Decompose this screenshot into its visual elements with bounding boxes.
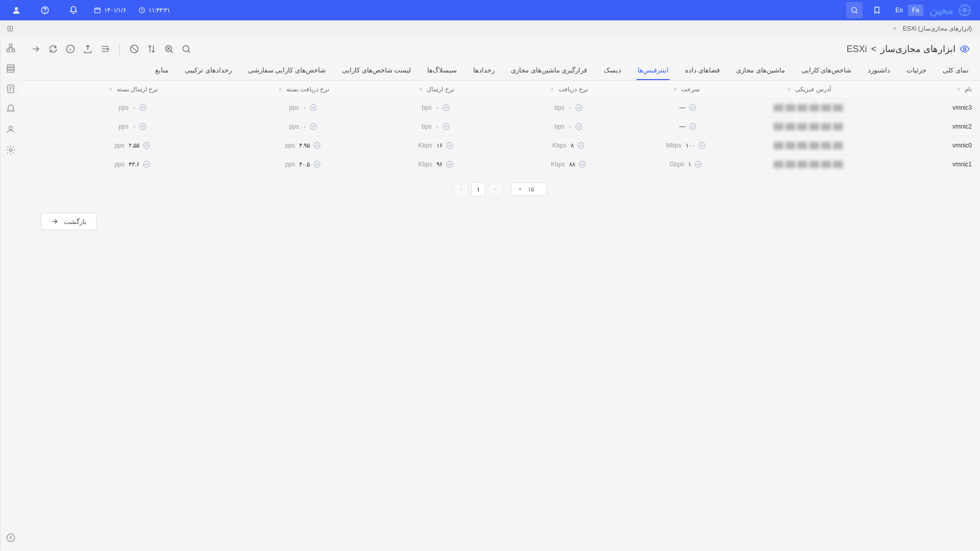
chart-icon[interactable]: [689, 104, 697, 112]
cell-rxp: ۴۰.۵ pps: [237, 160, 370, 168]
bell-icon[interactable]: [65, 2, 82, 18]
cell-txp: ۲.۵۵ pps: [29, 141, 237, 149]
search-button[interactable]: [846, 2, 863, 18]
eye-icon: [960, 44, 970, 54]
export-icon[interactable]: [83, 44, 93, 54]
svg-point-7: [963, 9, 967, 12]
tab-2[interactable]: داشبورد: [867, 61, 891, 80]
table-row[interactable]: vmnic2██:██:██:██:██:██— ۰ bps۰ bps۰ pps…: [20, 117, 980, 136]
svg-rect-35: [9, 44, 12, 47]
cell-speed: —: [635, 122, 737, 131]
lang-en[interactable]: En: [891, 5, 907, 16]
tab-4[interactable]: ماشین‌های مجازی: [735, 61, 786, 80]
chart-icon[interactable]: [313, 141, 321, 149]
tab-0[interactable]: نمای کلی: [942, 61, 970, 80]
chart-icon[interactable]: [694, 160, 702, 168]
col-name[interactable]: نام: [880, 86, 972, 93]
chart-icon[interactable]: [309, 122, 317, 131]
document-tab[interactable]: × ESXi (ابزارهای مجازی‌ساز): [887, 23, 976, 34]
svg-point-2: [45, 12, 45, 12]
tab-3[interactable]: شاخص‌های کارایی: [800, 61, 853, 80]
tab-6[interactable]: اینترفیس‌ها: [636, 61, 670, 80]
svg-rect-37: [12, 49, 14, 52]
prev-page[interactable]: [454, 182, 468, 196]
tab-8[interactable]: قرارگیری ماشین‌های مجازی: [510, 61, 588, 80]
chart-icon[interactable]: [575, 104, 583, 112]
tab-9[interactable]: رخدادها: [472, 61, 496, 80]
close-all-tabs[interactable]: [4, 22, 16, 35]
forward-icon[interactable]: [31, 44, 41, 54]
chart-icon[interactable]: [142, 141, 151, 149]
sort-icon[interactable]: [146, 44, 157, 54]
arrow-icon: [51, 217, 59, 226]
col-addr[interactable]: آدرس فیزیکی: [737, 86, 880, 93]
col-speed[interactable]: سرعت: [635, 86, 737, 93]
side-collapse-icon[interactable]: [6, 533, 16, 543]
cell-name: vmnic2: [880, 122, 972, 131]
table-row[interactable]: vmnic3██:██:██:██:██:██— ۰ bps۰ bps۰ pps…: [20, 98, 980, 117]
chart-icon[interactable]: [698, 141, 706, 149]
svg-point-13: [107, 48, 108, 49]
chart-icon[interactable]: [575, 122, 583, 131]
cell-txp: ۰ pps: [29, 122, 237, 131]
settings-icon[interactable]: [100, 44, 110, 54]
lang-fa[interactable]: Fa: [908, 5, 923, 16]
chart-icon[interactable]: [578, 160, 586, 168]
svg-rect-38: [7, 65, 14, 67]
col-txp[interactable]: نرخ ارسال بسته: [29, 86, 237, 93]
table-row[interactable]: vmnic0██:██:██:██:██:██۱۰۰ Mbps۸ Kbps۱۶ …: [20, 136, 980, 155]
chart-icon[interactable]: [577, 141, 585, 149]
chart-icon[interactable]: [446, 160, 454, 168]
tab-12[interactable]: شاخص‌های کارایی سفارشی: [247, 61, 327, 80]
col-rxp[interactable]: نرخ دریافت بسته: [237, 86, 370, 93]
table-row[interactable]: vmnic1██:██:██:██:██:██۱ Gbps۸۸ Kbps۹۶ K…: [20, 155, 980, 174]
tab-14[interactable]: منابع: [154, 61, 169, 80]
chart-icon[interactable]: [142, 160, 151, 168]
col-rx[interactable]: نرخ دریافت: [502, 86, 635, 93]
side-stack-icon[interactable]: [6, 63, 16, 73]
cell-addr: ██:██:██:██:██:██: [737, 160, 880, 168]
refresh-icon[interactable]: [48, 44, 58, 54]
chart-icon[interactable]: [446, 141, 454, 149]
chart-icon[interactable]: [689, 122, 697, 131]
side-report-icon[interactable]: [6, 84, 16, 94]
cell-txp: ۴۳.۶ pps: [29, 160, 237, 168]
tab-7[interactable]: دیسک: [603, 61, 622, 80]
back-button[interactable]: بازگشت: [41, 213, 96, 230]
side-alert-icon[interactable]: [6, 104, 16, 114]
side-settings-icon[interactable]: [6, 145, 16, 155]
cell-speed: ۱ Gbps: [635, 160, 737, 168]
user-icon[interactable]: [8, 2, 24, 18]
chart-icon[interactable]: [139, 104, 147, 112]
tab-13[interactable]: رخدادهای ترکیبی: [184, 61, 233, 80]
language-switcher[interactable]: En Fa: [891, 5, 923, 16]
cell-tx: ۱۶ Kbps: [370, 141, 502, 149]
breadcrumb: ابزارهای مجازی‌ساز > ESXi: [846, 43, 970, 55]
tab-10[interactable]: سیسلاگ‌ها: [426, 61, 458, 80]
tab-5[interactable]: فضاهای داده: [684, 61, 721, 80]
tab-11[interactable]: لیست شاخص‌های کارایی: [341, 61, 412, 80]
sort-arrows-icon: [549, 86, 555, 92]
side-users-icon[interactable]: [6, 124, 16, 135]
chart-icon[interactable]: [442, 104, 450, 112]
chart-icon[interactable]: [442, 122, 450, 131]
tab-1[interactable]: جزئیات: [905, 61, 927, 80]
chart-icon[interactable]: [309, 104, 317, 112]
chart-icon[interactable]: [313, 160, 321, 168]
svg-point-44: [7, 534, 14, 542]
help-icon[interactable]: [37, 2, 53, 18]
bookmark-icon[interactable]: [869, 2, 885, 18]
close-tab-icon[interactable]: ×: [891, 25, 899, 32]
next-page[interactable]: [488, 182, 503, 196]
stop-icon[interactable]: [129, 44, 139, 54]
clear-search-icon[interactable]: [164, 44, 174, 54]
side-hierarchy-icon[interactable]: [6, 43, 16, 53]
sort-arrows-icon: [108, 86, 114, 92]
cell-addr: ██:██:██:██:██:██: [737, 122, 880, 131]
cell-name: vmnic1: [880, 160, 972, 168]
chart-icon[interactable]: [139, 122, 147, 131]
page-size-select[interactable]: ۱۵: [511, 183, 547, 196]
search-icon[interactable]: [181, 44, 191, 54]
info-icon[interactable]: [65, 44, 76, 54]
col-tx[interactable]: نرخ ارسال: [370, 86, 502, 93]
